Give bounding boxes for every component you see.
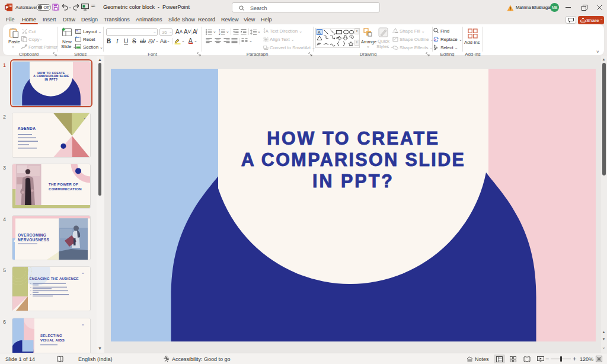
svg-text:OVERCOMING: OVERCOMING [18,233,46,237]
svg-text:ENGAGING THE AUDIENCE: ENGAGING THE AUDIENCE [30,277,79,280]
svg-text:VISUAL AIDS: VISUAL AIDS [40,339,65,342]
svg-text:2: 2 [219,33,221,36]
svg-text:AGENDA: AGENDA [18,126,36,130]
svg-text:COMMUNICATION: COMMUNICATION [49,187,82,191]
svg-text:SELECTING: SELECTING [40,334,62,337]
svg-text:A: A [318,30,321,34]
svg-text:NERVOUSNESS: NERVOUSNESS [18,238,49,242]
svg-text:A: A [266,29,269,33]
svg-text:b: b [435,38,436,41]
svg-text:P: P [5,5,8,10]
svg-text:THE POWER OF: THE POWER OF [49,183,78,186]
svg-text:1: 1 [219,29,221,32]
